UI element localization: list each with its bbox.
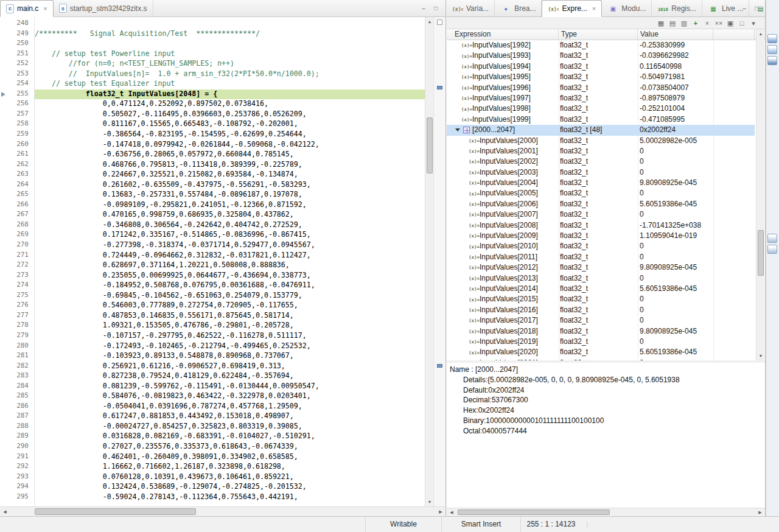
code-line[interactable]: 1.16662,0.716602,1.26187,0.323898,0.6182…: [35, 462, 425, 472]
view-hscroll-thumb[interactable]: [458, 509, 610, 515]
code-line[interactable]: -0.0989109,-0.295821,0.241051,-0.12366,0…: [35, 200, 425, 211]
expression-row[interactable]: (x)=InputValues[2013]float32_t0: [447, 273, 755, 284]
code-line[interactable]: -0.107157,-0.297795,0.462522,-0.116278,0…: [35, 331, 425, 341]
line-number[interactable]: 256: [0, 99, 34, 110]
overview-marker-icon[interactable]: [437, 86, 442, 89]
expression-row[interactable]: (x)=InputValues[2012]float32_t9.80908925…: [447, 262, 755, 273]
overview-marker-icon[interactable]: [437, 364, 442, 368]
line-number[interactable]: 281: [0, 351, 34, 362]
view-tab[interactable]: Expre...×: [542, 0, 602, 17]
code-line[interactable]: float32_t InputValues[2048] = {: [35, 89, 425, 100]
expression-row[interactable]: (x)=InputValues[1996]float32_t-0.0738504…: [447, 83, 755, 93]
code-line[interactable]: // InputValues[n]= 1.0 + arm_sin_f32(2*P…: [35, 69, 425, 80]
line-number[interactable]: 285: [0, 391, 34, 402]
line-number[interactable]: 290: [0, 442, 34, 452]
overview-ruler[interactable]: [433, 17, 445, 506]
view-tab[interactable]: Varia...: [447, 0, 495, 16]
code-line[interactable]: 0.584076,-0.0819823,0.463422,-0.322978,0…: [35, 391, 425, 402]
code-line[interactable]: -0.59024,0.278143,-0.112364,0.755643,0.4…: [35, 492, 425, 503]
maximize-editor-icon[interactable]: □: [431, 4, 441, 13]
expression-row[interactable]: (x)=InputValues[1999]float32_t-0.4710859…: [447, 114, 755, 125]
line-number[interactable]: 248: [0, 19, 34, 29]
view-tab[interactable]: Brea...: [495, 0, 542, 16]
line-number[interactable]: 288: [0, 422, 34, 432]
expand-all-icon[interactable]: □: [736, 18, 747, 28]
line-number[interactable]: 253: [0, 69, 34, 80]
line-number[interactable]: 264: [0, 180, 34, 191]
code-line[interactable]: 0,0.471124,0.252092,0.897502,0.0738416,: [35, 99, 425, 110]
code-line[interactable]: 0.487853,0.146835,0.556171,0.875645,0.58…: [35, 311, 425, 321]
code-line[interactable]: // setup test Equalizer input: [35, 79, 425, 89]
code-text-area[interactable]: /********* Signal Acquisition/Test *****…: [35, 17, 425, 506]
scroll-left-icon[interactable]: ◀: [447, 508, 456, 517]
code-line[interactable]: 0.724449,-0.0964662,0.312832,-0.0317821,…: [35, 251, 425, 261]
line-number[interactable]: 292: [0, 462, 34, 472]
line-number[interactable]: 259: [0, 130, 34, 140]
line-number[interactable]: 289: [0, 432, 34, 442]
scroll-up-icon[interactable]: ▲: [425, 17, 434, 26]
line-number[interactable]: 278: [0, 321, 34, 331]
column-header-value[interactable]: Value: [638, 29, 713, 40]
line-number[interactable]: 251: [0, 49, 34, 60]
code-line[interactable]: /********* Signal Acquisition/Test *****…: [35, 29, 425, 40]
expression-row[interactable]: (x)=InputValues[1997]float32_t-0.8975089…: [447, 93, 755, 103]
line-number[interactable]: 274: [0, 281, 34, 291]
code-line[interactable]: [35, 19, 425, 29]
expression-row[interactable]: (x)=InputValues[2003]float32_t0: [447, 167, 755, 178]
maximize-view-icon[interactable]: □: [752, 4, 761, 13]
line-number[interactable]: 265: [0, 190, 34, 200]
expression-row[interactable]: (x)=InputValues[2008]float32_t-1.7014132…: [447, 220, 755, 231]
code-line[interactable]: 0.132424,0.538689,-0.129074,-0.274825,-0…: [35, 482, 425, 492]
drag-handle-icon[interactable]: ⋮: [584, 517, 590, 532]
expression-row[interactable]: (x)=InputValues[2017]float32_t0: [447, 315, 755, 326]
remove-all-expressions-icon[interactable]: ××: [713, 18, 724, 28]
expression-row[interactable]: (x)=InputValues[1994]float32_t0.11654099…: [447, 61, 755, 72]
editor-horizontal-scrollbar[interactable]: ◀ ▶: [0, 506, 445, 516]
restore-view-icon-3[interactable]: [767, 56, 777, 65]
minimize-editor-icon[interactable]: –: [419, 4, 428, 13]
expression-row[interactable]: (x)=InputValues[2005]float32_t0: [447, 188, 755, 198]
code-line[interactable]: // setup test Powerline input: [35, 49, 425, 60]
editor-tab[interactable]: sstartup_stm32f429zitx.s: [54, 0, 153, 16]
scroll-down-icon[interactable]: ▼: [425, 497, 434, 506]
code-line[interactable]: 0.827238,0.79524,0.418129,0.622484,-0.35…: [35, 371, 425, 382]
code-line[interactable]: 0.811167,0.15565,0.665483,-0.108792,-0.2…: [35, 119, 425, 130]
collapse-twistie-icon[interactable]: [455, 128, 460, 131]
code-line[interactable]: 0.0760128,0.10391,0.439673,0.106461,0.85…: [35, 472, 425, 483]
line-number[interactable]: 283: [0, 371, 34, 382]
line-number[interactable]: 254: [0, 79, 34, 89]
scroll-right-icon[interactable]: ▶: [755, 508, 765, 517]
expression-row[interactable]: (x)=InputValues[2014]float32_t5.60519386…: [447, 284, 755, 294]
expression-row[interactable]: (x)=InputValues[2009]float32_t1.10959041…: [447, 231, 755, 241]
line-number[interactable]: 287: [0, 411, 34, 422]
table-vscroll-thumb[interactable]: [758, 230, 764, 276]
show-logical-structure-icon[interactable]: ▦: [655, 18, 666, 28]
layout-icon[interactable]: ▥: [679, 18, 690, 28]
line-number[interactable]: 270: [0, 240, 34, 251]
line-number[interactable]: 276: [0, 301, 34, 311]
expression-row[interactable]: (x)=InputValues[1998]float32_t-0.2521010…: [447, 103, 755, 114]
line-number[interactable]: 266: [0, 200, 34, 211]
restore-view-icon-4[interactable]: [767, 234, 777, 243]
line-number[interactable]: 294: [0, 482, 34, 492]
code-line[interactable]: 0.505027,-0.116495,0.0396603,0.253786,0.…: [35, 110, 425, 120]
code-line[interactable]: -0.346808,0.306564,-0.242642,0.404742,0.…: [35, 220, 425, 231]
scroll-down-icon[interactable]: ▼: [756, 351, 765, 360]
line-number[interactable]: 268: [0, 220, 34, 231]
expression-row[interactable]: (x)=InputValues[2006]float32_t5.60519386…: [447, 199, 755, 209]
line-number[interactable]: 275: [0, 291, 34, 301]
line-number[interactable]: 280: [0, 341, 34, 352]
expression-row[interactable]: (x)=InputValues[2011]float32_t0: [447, 252, 755, 262]
code-line[interactable]: -0.0504041,0.0391696,0.787274,0.457768,1…: [35, 402, 425, 412]
editor-vertical-scrollbar[interactable]: ▲ ▼: [425, 17, 433, 506]
code-line[interactable]: 0.546003,0.777889,0.272754,0.720905,-0.1…: [35, 301, 425, 311]
line-number[interactable]: 255: [0, 89, 34, 100]
scroll-right-icon[interactable]: ▶: [436, 507, 445, 517]
line-number[interactable]: 286: [0, 402, 34, 412]
restore-view-icon-2[interactable]: [767, 45, 777, 54]
line-number[interactable]: 258: [0, 119, 34, 130]
line-number[interactable]: 263: [0, 170, 34, 180]
code-line[interactable]: 0.13683,-0.257331,0.557484,-0.0896187,0.…: [35, 190, 425, 200]
line-number[interactable]: 269: [0, 230, 34, 240]
show-columns-icon[interactable]: ▤: [667, 18, 678, 28]
